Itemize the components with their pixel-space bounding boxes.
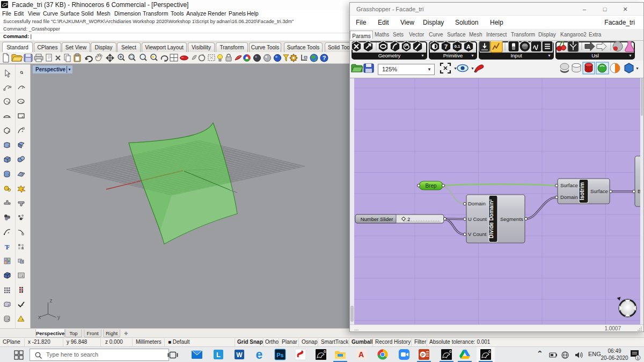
svg-text:Surface: Surface [560, 182, 578, 188]
svg-text:Ps: Ps [276, 352, 283, 358]
svg-text:Isotrim: Isotrim [579, 182, 585, 200]
svg-text:z: z [50, 298, 53, 304]
svg-text:6: 6 [488, 349, 491, 354]
svg-text:Segments: Segments [500, 216, 523, 222]
svg-text:L: L [216, 351, 221, 359]
svg-text:V Count: V Count [468, 231, 487, 237]
svg-text:?: ? [323, 55, 326, 61]
svg-text:6: 6 [6, 2, 8, 5]
svg-text:x: x [38, 314, 41, 320]
svg-text:▼: ▼ [453, 67, 457, 70]
svg-text:2: 2 [407, 216, 410, 222]
svg-text:W: W [236, 351, 243, 359]
svg-text:Surface: Surface [590, 188, 608, 194]
svg-text:y: y [57, 314, 60, 320]
svg-text:Brep: Brep [425, 183, 437, 189]
svg-text:e: e [256, 348, 263, 361]
svg-text:A: A [466, 43, 471, 50]
svg-text:P: P [421, 352, 425, 358]
svg-text:Number Slider: Number Slider [361, 216, 393, 222]
svg-text:U Count: U Count [468, 216, 487, 222]
svg-text:A: A [358, 350, 364, 359]
svg-text:7: 7 [444, 43, 448, 50]
svg-text:6: 6 [449, 349, 452, 354]
svg-text:1: 1 [636, 356, 639, 360]
svg-text:Domain: Domain [560, 194, 578, 200]
svg-text:Domain: Domain [468, 201, 486, 206]
svg-text:Divide Domain²: Divide Domain² [488, 199, 494, 238]
svg-text:▼: ▼ [471, 67, 474, 70]
svg-text:6: 6 [324, 349, 326, 354]
svg-text:▼: ▼ [635, 67, 639, 70]
svg-text:0.1: 0.1 [455, 44, 460, 49]
